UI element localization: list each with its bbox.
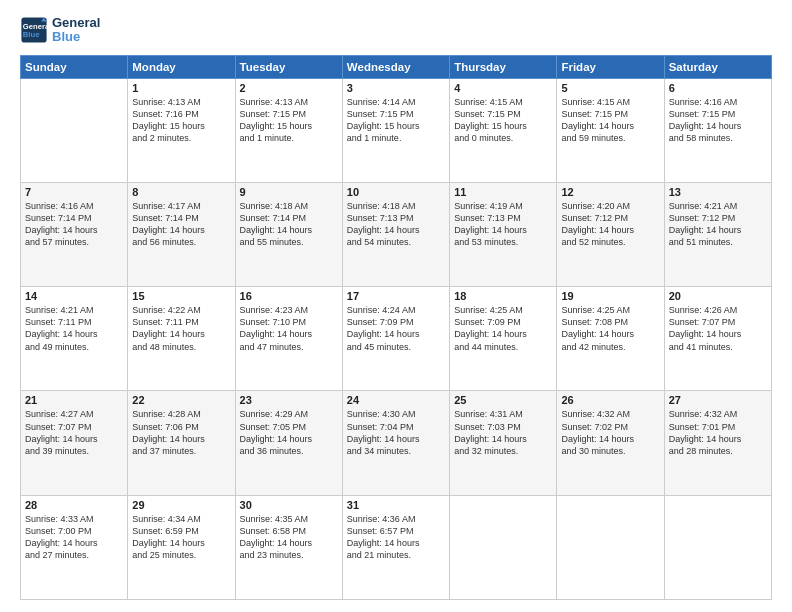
day-info: Sunrise: 4:15 AM Sunset: 7:15 PM Dayligh… [454, 96, 552, 145]
weekday-header-friday: Friday [557, 55, 664, 78]
calendar-cell-w1d0: 7Sunrise: 4:16 AM Sunset: 7:14 PM Daylig… [21, 182, 128, 286]
calendar-cell-w3d2: 23Sunrise: 4:29 AM Sunset: 7:05 PM Dayli… [235, 391, 342, 495]
day-info: Sunrise: 4:31 AM Sunset: 7:03 PM Dayligh… [454, 408, 552, 457]
day-number: 3 [347, 82, 445, 94]
calendar-cell-w2d6: 20Sunrise: 4:26 AM Sunset: 7:07 PM Dayli… [664, 287, 771, 391]
day-info: Sunrise: 4:21 AM Sunset: 7:11 PM Dayligh… [25, 304, 123, 353]
logo-icon: General Blue [20, 16, 48, 44]
day-number: 4 [454, 82, 552, 94]
calendar-cell-w4d3: 31Sunrise: 4:36 AM Sunset: 6:57 PM Dayli… [342, 495, 449, 599]
day-info: Sunrise: 4:28 AM Sunset: 7:06 PM Dayligh… [132, 408, 230, 457]
day-number: 25 [454, 394, 552, 406]
day-info: Sunrise: 4:16 AM Sunset: 7:15 PM Dayligh… [669, 96, 767, 145]
calendar-cell-w3d6: 27Sunrise: 4:32 AM Sunset: 7:01 PM Dayli… [664, 391, 771, 495]
calendar-cell-w1d5: 12Sunrise: 4:20 AM Sunset: 7:12 PM Dayli… [557, 182, 664, 286]
calendar-cell-w4d4 [450, 495, 557, 599]
calendar-cell-w1d4: 11Sunrise: 4:19 AM Sunset: 7:13 PM Dayli… [450, 182, 557, 286]
calendar-cell-w1d1: 8Sunrise: 4:17 AM Sunset: 7:14 PM Daylig… [128, 182, 235, 286]
day-info: Sunrise: 4:16 AM Sunset: 7:14 PM Dayligh… [25, 200, 123, 249]
svg-text:General: General [23, 22, 48, 31]
calendar-cell-w1d3: 10Sunrise: 4:18 AM Sunset: 7:13 PM Dayli… [342, 182, 449, 286]
day-number: 26 [561, 394, 659, 406]
day-info: Sunrise: 4:29 AM Sunset: 7:05 PM Dayligh… [240, 408, 338, 457]
day-info: Sunrise: 4:26 AM Sunset: 7:07 PM Dayligh… [669, 304, 767, 353]
calendar-cell-w2d2: 16Sunrise: 4:23 AM Sunset: 7:10 PM Dayli… [235, 287, 342, 391]
calendar-cell-w4d5 [557, 495, 664, 599]
weekday-header-tuesday: Tuesday [235, 55, 342, 78]
day-number: 16 [240, 290, 338, 302]
weekday-header-sunday: Sunday [21, 55, 128, 78]
weekday-header-wednesday: Wednesday [342, 55, 449, 78]
day-number: 21 [25, 394, 123, 406]
calendar-cell-w2d5: 19Sunrise: 4:25 AM Sunset: 7:08 PM Dayli… [557, 287, 664, 391]
day-info: Sunrise: 4:25 AM Sunset: 7:09 PM Dayligh… [454, 304, 552, 353]
calendar-cell-w2d0: 14Sunrise: 4:21 AM Sunset: 7:11 PM Dayli… [21, 287, 128, 391]
day-number: 12 [561, 186, 659, 198]
logo: General Blue General Blue [20, 16, 100, 45]
day-info: Sunrise: 4:22 AM Sunset: 7:11 PM Dayligh… [132, 304, 230, 353]
svg-text:Blue: Blue [23, 30, 40, 39]
day-number: 7 [25, 186, 123, 198]
day-info: Sunrise: 4:18 AM Sunset: 7:14 PM Dayligh… [240, 200, 338, 249]
day-number: 11 [454, 186, 552, 198]
calendar-cell-w1d6: 13Sunrise: 4:21 AM Sunset: 7:12 PM Dayli… [664, 182, 771, 286]
day-number: 18 [454, 290, 552, 302]
day-info: Sunrise: 4:13 AM Sunset: 7:16 PM Dayligh… [132, 96, 230, 145]
day-info: Sunrise: 4:21 AM Sunset: 7:12 PM Dayligh… [669, 200, 767, 249]
day-info: Sunrise: 4:34 AM Sunset: 6:59 PM Dayligh… [132, 513, 230, 562]
calendar-cell-w4d1: 29Sunrise: 4:34 AM Sunset: 6:59 PM Dayli… [128, 495, 235, 599]
day-number: 30 [240, 499, 338, 511]
day-number: 14 [25, 290, 123, 302]
day-number: 29 [132, 499, 230, 511]
day-info: Sunrise: 4:20 AM Sunset: 7:12 PM Dayligh… [561, 200, 659, 249]
day-info: Sunrise: 4:36 AM Sunset: 6:57 PM Dayligh… [347, 513, 445, 562]
day-number: 2 [240, 82, 338, 94]
calendar-cell-w0d2: 2Sunrise: 4:13 AM Sunset: 7:15 PM Daylig… [235, 78, 342, 182]
day-number: 15 [132, 290, 230, 302]
day-info: Sunrise: 4:23 AM Sunset: 7:10 PM Dayligh… [240, 304, 338, 353]
day-number: 10 [347, 186, 445, 198]
day-info: Sunrise: 4:30 AM Sunset: 7:04 PM Dayligh… [347, 408, 445, 457]
day-number: 5 [561, 82, 659, 94]
calendar-cell-w2d3: 17Sunrise: 4:24 AM Sunset: 7:09 PM Dayli… [342, 287, 449, 391]
calendar-cell-w0d3: 3Sunrise: 4:14 AM Sunset: 7:15 PM Daylig… [342, 78, 449, 182]
day-info: Sunrise: 4:17 AM Sunset: 7:14 PM Dayligh… [132, 200, 230, 249]
calendar-cell-w0d6: 6Sunrise: 4:16 AM Sunset: 7:15 PM Daylig… [664, 78, 771, 182]
day-number: 20 [669, 290, 767, 302]
day-number: 28 [25, 499, 123, 511]
day-number: 13 [669, 186, 767, 198]
calendar-cell-w0d1: 1Sunrise: 4:13 AM Sunset: 7:16 PM Daylig… [128, 78, 235, 182]
day-info: Sunrise: 4:32 AM Sunset: 7:02 PM Dayligh… [561, 408, 659, 457]
calendar-cell-w3d1: 22Sunrise: 4:28 AM Sunset: 7:06 PM Dayli… [128, 391, 235, 495]
day-info: Sunrise: 4:14 AM Sunset: 7:15 PM Dayligh… [347, 96, 445, 145]
day-number: 31 [347, 499, 445, 511]
logo-text-blue: Blue [52, 30, 100, 44]
day-number: 19 [561, 290, 659, 302]
day-info: Sunrise: 4:33 AM Sunset: 7:00 PM Dayligh… [25, 513, 123, 562]
calendar-cell-w0d5: 5Sunrise: 4:15 AM Sunset: 7:15 PM Daylig… [557, 78, 664, 182]
day-info: Sunrise: 4:25 AM Sunset: 7:08 PM Dayligh… [561, 304, 659, 353]
calendar-cell-w4d2: 30Sunrise: 4:35 AM Sunset: 6:58 PM Dayli… [235, 495, 342, 599]
day-number: 27 [669, 394, 767, 406]
calendar-cell-w3d5: 26Sunrise: 4:32 AM Sunset: 7:02 PM Dayli… [557, 391, 664, 495]
day-info: Sunrise: 4:27 AM Sunset: 7:07 PM Dayligh… [25, 408, 123, 457]
day-number: 1 [132, 82, 230, 94]
day-number: 6 [669, 82, 767, 94]
day-info: Sunrise: 4:18 AM Sunset: 7:13 PM Dayligh… [347, 200, 445, 249]
day-info: Sunrise: 4:35 AM Sunset: 6:58 PM Dayligh… [240, 513, 338, 562]
page-header: General Blue General Blue [20, 16, 772, 45]
day-info: Sunrise: 4:24 AM Sunset: 7:09 PM Dayligh… [347, 304, 445, 353]
weekday-header-thursday: Thursday [450, 55, 557, 78]
calendar-cell-w1d2: 9Sunrise: 4:18 AM Sunset: 7:14 PM Daylig… [235, 182, 342, 286]
day-info: Sunrise: 4:32 AM Sunset: 7:01 PM Dayligh… [669, 408, 767, 457]
day-number: 9 [240, 186, 338, 198]
day-info: Sunrise: 4:19 AM Sunset: 7:13 PM Dayligh… [454, 200, 552, 249]
calendar-cell-w3d3: 24Sunrise: 4:30 AM Sunset: 7:04 PM Dayli… [342, 391, 449, 495]
calendar-cell-w2d1: 15Sunrise: 4:22 AM Sunset: 7:11 PM Dayli… [128, 287, 235, 391]
calendar-cell-w3d0: 21Sunrise: 4:27 AM Sunset: 7:07 PM Dayli… [21, 391, 128, 495]
calendar-cell-w4d6 [664, 495, 771, 599]
day-number: 22 [132, 394, 230, 406]
day-number: 23 [240, 394, 338, 406]
calendar-cell-w4d0: 28Sunrise: 4:33 AM Sunset: 7:00 PM Dayli… [21, 495, 128, 599]
day-number: 8 [132, 186, 230, 198]
